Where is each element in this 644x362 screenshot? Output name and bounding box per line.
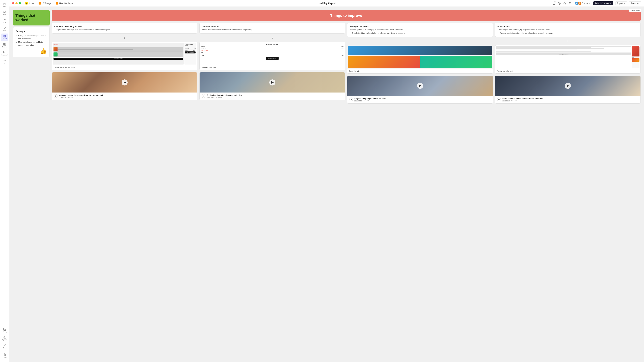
card-favorites: Adding to Favorites 2 people spent a bit… (347, 23, 493, 37)
art-info-2 (58, 53, 183, 55)
play-button-discount[interactable] (269, 79, 276, 85)
tab-usability-report[interactable]: Usability Report (54, 1, 75, 5)
download-link-notifications[interactable]: Download (502, 100, 510, 102)
miro-icon: M (25, 2, 28, 4)
thumbs-up-icon: 👍 (16, 48, 47, 54)
continue-btn: Continue shopping (54, 58, 183, 60)
art-info-1 (58, 48, 183, 50)
sidebar-item-link[interactable]: Link (1, 9, 8, 17)
video-card-checkout: Monique missed the remove from cart butt… (52, 72, 198, 100)
svg-line-11 (4, 27, 6, 29)
mock-notif-ui: Added to your favourites × Style (495, 45, 640, 69)
sidebar-column-label: Column (2, 46, 7, 48)
board-content: Things that worked Buying art Everyone w… (13, 10, 641, 104)
video-play-icon-checkout[interactable] (54, 94, 58, 98)
price-row-subtotal: Subtotal$ 87 (201, 46, 344, 47)
video-card-favorites: Sarjee attempting to 'follow' an artist … (347, 76, 493, 104)
video-play-icon-notifications[interactable] (497, 97, 501, 101)
sidebar-item-note[interactable]: Note (1, 1, 8, 9)
bullet-1: Everyone was able to purchase a piece of… (18, 34, 47, 40)
download-link-favorites[interactable]: Download (354, 100, 362, 102)
sidebar-item-draw[interactable]: Draw (1, 343, 8, 350)
publish-button[interactable]: Publish & share (593, 1, 613, 5)
canvas[interactable]: 0 Unsorted Things that worked Buying art… (10, 7, 644, 362)
panel-worked-title: Things that worked (16, 13, 47, 22)
sidebar-item-todo[interactable]: To-do (1, 17, 8, 25)
style-thumb (632, 58, 640, 62)
download-link-checkout[interactable]: Download (59, 96, 66, 98)
video-thumb-checkout[interactable] (52, 72, 197, 92)
fav-grid (348, 56, 492, 68)
search-icon[interactable] (563, 2, 566, 5)
tab-ux-design[interactable]: UX Design (37, 1, 53, 5)
column-discount: Discount coupons 3 users were confused w… (200, 23, 345, 104)
sidebar-item-more[interactable]: ... (1, 58, 8, 65)
tabs: M Home UX Design Usability Report (24, 1, 75, 5)
price-row-amount: $ 17 (201, 52, 344, 53)
mockup-favorites-label: Favourite artist (347, 69, 493, 73)
help-icon[interactable] (558, 2, 561, 5)
notif-link-1 (496, 50, 564, 50)
card-discount-text: Discount coupons 3 users were confused w… (200, 23, 345, 33)
svg-point-33 (564, 2, 566, 4)
price-row-shipping: Shipping$ 20 (201, 47, 344, 49)
sidebar-line-label: Line (3, 30, 6, 32)
sidebar-item-board[interactable]: Board (1, 33, 8, 41)
total-row: Total$107 (185, 50, 196, 51)
export-button[interactable]: Export (615, 1, 627, 5)
notif-spacer (496, 52, 631, 53)
video-play-icon-discount[interactable] (202, 94, 205, 98)
discount-desc: 3 users were confused where to add disco… (202, 29, 343, 31)
card-favorites-text: Adding to Favorites 2 people spent a bit… (347, 23, 493, 37)
svg-point-23 (4, 60, 4, 60)
video-info-discount: Benjamin misses the discount code field … (200, 92, 345, 100)
sidebar-item-line[interactable]: Line (1, 25, 8, 33)
mock-notif-left: Added to your favourites × (496, 46, 631, 68)
traffic-yellow[interactable] (16, 2, 18, 4)
sidebar-item-upload[interactable]: Upload (1, 335, 8, 342)
notif-line-1 (496, 46, 631, 47)
bullet-2: Most participants were able to discover … (18, 41, 47, 46)
sidebar-item-comment[interactable]: Comment (1, 50, 8, 57)
download-link-discount[interactable]: Download (206, 96, 214, 98)
sidebar-item-add-image[interactable]: Add image (1, 327, 8, 334)
play-button-notifications[interactable] (565, 83, 571, 89)
checkout-title: Checkout: Removing an item (54, 25, 195, 28)
bell-icon[interactable] (568, 2, 572, 5)
arrow-notifications: ↓ (495, 39, 641, 43)
traffic-red[interactable] (12, 2, 14, 4)
style-label: Style (632, 57, 640, 58)
sidebar-item-column[interactable]: Column (1, 41, 8, 49)
tab-home[interactable]: M Home (24, 1, 36, 5)
video-thumb-discount[interactable] (200, 72, 345, 92)
checkout-desc: 2 people weren't able to go back and rem… (54, 29, 195, 31)
play-button-favorites[interactable] (417, 83, 423, 89)
video-thumb-notifications[interactable] (495, 76, 640, 96)
video-size-val-discount: 16.9 MB (216, 96, 222, 98)
zoom-button[interactable]: Zoom out (629, 1, 641, 5)
chevron-icon (342, 50, 344, 51)
sidebar-todo-label: To-do (3, 22, 6, 24)
video-size-val-notifications: 15.1 MB (511, 100, 517, 102)
video-thumb-favorites[interactable] (347, 76, 493, 96)
unsorted-badge: 0 Unsorted (629, 9, 641, 12)
editors-button[interactable]: A B Editors (574, 1, 591, 6)
art-item-1 (54, 47, 183, 52)
play-button-checkout[interactable] (122, 79, 128, 85)
art-line-2 (58, 49, 133, 50)
favorites-bullets: The alert text that explained who you fo… (350, 32, 490, 34)
notif-line-5 (496, 51, 564, 51)
card-buying-art: Buying art Everyone was able to purchase… (13, 27, 50, 57)
favorites-title: Adding to Favorites (350, 25, 490, 28)
traffic-green[interactable] (19, 2, 21, 4)
notif-img (632, 46, 640, 56)
favorites-bullet: The alert text that explained who you fo… (352, 32, 490, 34)
sidebar-item-trash[interactable]: Trash (1, 352, 8, 359)
panel-improve-header: Things to improve (52, 10, 641, 21)
video-play-icon-favorites[interactable] (349, 97, 353, 101)
device-icon[interactable]: 0 (552, 2, 556, 5)
svg-point-3 (4, 11, 6, 13)
mockup-checkout-label: Missed the 'X' remove button (52, 65, 197, 70)
mockup-checkout: ArtHub Shopping bag items (52, 42, 198, 70)
video-meta-favorites: Sarjee attempting to 'follow' an artist … (354, 97, 491, 102)
